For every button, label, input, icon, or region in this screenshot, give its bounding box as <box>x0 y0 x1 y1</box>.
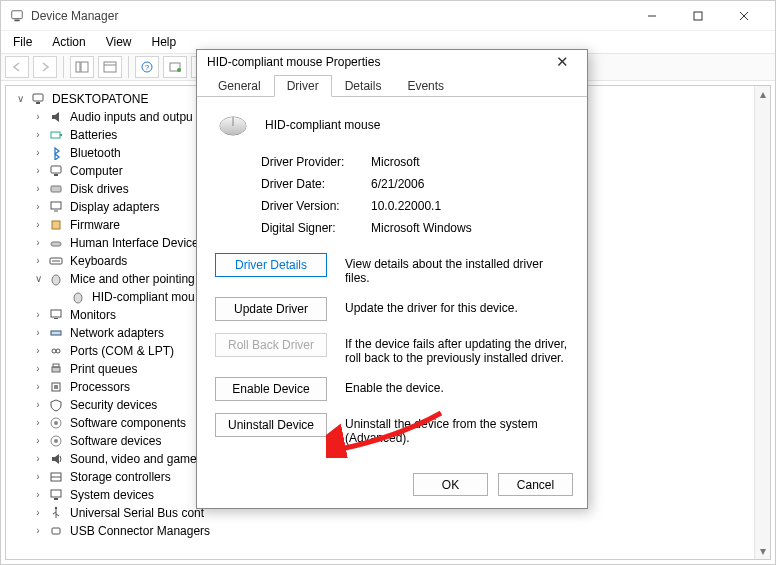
mouse-icon <box>70 289 86 305</box>
device-category-icon <box>48 415 64 431</box>
app-icon <box>9 8 25 24</box>
driver-info-grid: Driver Provider: Microsoft Driver Date: … <box>261 155 569 235</box>
chevron-right-icon: › <box>32 252 44 270</box>
properties-button[interactable] <box>98 56 122 78</box>
tree-item-label: System devices <box>70 486 154 504</box>
svg-rect-23 <box>51 186 61 192</box>
tree-root-label: DESKTOPATONE <box>52 90 148 108</box>
scroll-down-arrow[interactable]: ▾ <box>755 543 770 559</box>
chevron-right-icon: › <box>32 144 44 162</box>
svg-rect-22 <box>54 174 58 176</box>
chevron-right-icon: › <box>32 450 44 468</box>
svg-rect-40 <box>54 385 58 389</box>
svg-rect-3 <box>694 12 702 20</box>
driver-version-value: 10.0.22000.1 <box>371 199 569 213</box>
svg-text:?: ? <box>145 63 150 72</box>
menu-file[interactable]: File <box>5 33 40 51</box>
svg-rect-38 <box>53 364 59 367</box>
tab-details[interactable]: Details <box>332 75 395 97</box>
tree-item-label: Computer <box>70 162 123 180</box>
svg-rect-50 <box>52 528 60 534</box>
window-title: Device Manager <box>31 9 118 23</box>
help-button[interactable]: ? <box>135 56 159 78</box>
tab-driver[interactable]: Driver <box>274 75 332 97</box>
roll-back-driver-desc: If the device fails after updating the d… <box>345 333 569 365</box>
svg-rect-7 <box>81 62 88 72</box>
scrollbar[interactable]: ▴ ▾ <box>754 86 770 559</box>
device-category-icon <box>48 505 64 521</box>
uninstall-device-button[interactable]: Uninstall Device <box>215 413 327 437</box>
tree-item-label: Mice and other pointing <box>70 270 195 288</box>
update-driver-desc: Update the driver for this device. <box>345 297 569 315</box>
device-category-icon <box>48 181 64 197</box>
toolbar-separator <box>63 56 64 78</box>
dialog-close-button[interactable]: ✕ <box>547 53 577 71</box>
enable-device-desc: Enable the device. <box>345 377 569 395</box>
device-category-icon <box>48 127 64 143</box>
device-category-icon <box>48 469 64 485</box>
svg-point-42 <box>54 421 58 425</box>
update-driver-button[interactable]: Update Driver <box>215 297 327 321</box>
computer-icon <box>30 91 46 107</box>
chevron-right-icon: › <box>32 234 44 252</box>
tree-item-label: Software devices <box>70 432 161 450</box>
tree-item-label: Firmware <box>70 216 120 234</box>
svg-rect-33 <box>54 318 58 319</box>
svg-rect-24 <box>51 202 61 209</box>
uninstall-device-desc: Uninstall the device from the system (Ad… <box>345 413 569 445</box>
tree-item[interactable]: ›USB Connector Managers <box>14 522 762 540</box>
scroll-up-arrow[interactable]: ▴ <box>755 86 770 102</box>
svg-point-44 <box>54 439 58 443</box>
tab-events[interactable]: Events <box>394 75 457 97</box>
svg-rect-1 <box>14 19 19 21</box>
tab-general[interactable]: General <box>205 75 274 97</box>
chevron-right-icon: › <box>32 180 44 198</box>
device-category-icon <box>48 253 64 269</box>
cancel-button[interactable]: Cancel <box>498 473 573 496</box>
ok-button[interactable]: OK <box>413 473 488 496</box>
svg-rect-34 <box>51 331 61 335</box>
chevron-right-icon: › <box>32 342 44 360</box>
svg-rect-0 <box>12 10 23 18</box>
minimize-button[interactable] <box>629 1 675 31</box>
chevron-right-icon: › <box>32 360 44 378</box>
tree-item-label: Software components <box>70 414 186 432</box>
chevron-right-icon: › <box>32 198 44 216</box>
tree-item-label: Batteries <box>70 126 117 144</box>
forward-button[interactable] <box>33 56 57 78</box>
tree-item-label: Ports (COM & LPT) <box>70 342 174 360</box>
mouse-icon <box>215 111 251 139</box>
scan-hardware-button[interactable] <box>163 56 187 78</box>
back-button[interactable] <box>5 56 29 78</box>
menu-action[interactable]: Action <box>44 33 93 51</box>
device-category-icon <box>48 307 64 323</box>
driver-provider-label: Driver Provider: <box>261 155 371 169</box>
svg-rect-48 <box>54 498 58 500</box>
toolbar-separator <box>128 56 129 78</box>
tree-item-label: Disk drives <box>70 180 129 198</box>
menu-help[interactable]: Help <box>144 33 185 51</box>
device-category-icon <box>48 343 64 359</box>
maximize-button[interactable] <box>675 1 721 31</box>
device-category-icon <box>48 109 64 125</box>
device-category-icon <box>48 379 64 395</box>
chevron-right-icon: › <box>32 414 44 432</box>
close-button[interactable] <box>721 1 767 31</box>
svg-point-49 <box>55 507 57 509</box>
svg-point-36 <box>56 349 60 353</box>
enable-device-button[interactable]: Enable Device <box>215 377 327 401</box>
svg-rect-26 <box>52 221 60 229</box>
digital-signer-label: Digital Signer: <box>261 221 371 235</box>
titlebar: Device Manager <box>1 1 775 31</box>
chevron-right-icon: › <box>32 504 44 522</box>
dialog-titlebar: HID-compliant mouse Properties ✕ <box>197 50 587 74</box>
tree-item-label: USB Connector Managers <box>70 522 210 540</box>
chevron-down-icon: ∨ <box>32 270 44 288</box>
tab-body-driver: HID-compliant mouse Driver Provider: Mic… <box>197 96 587 465</box>
show-hide-tree-button[interactable] <box>70 56 94 78</box>
menu-view[interactable]: View <box>98 33 140 51</box>
tree-item-label: Sound, video and game <box>70 450 197 468</box>
chevron-right-icon: › <box>32 108 44 126</box>
driver-details-button[interactable]: Driver Details <box>215 253 327 277</box>
tree-item-label: Monitors <box>70 306 116 324</box>
